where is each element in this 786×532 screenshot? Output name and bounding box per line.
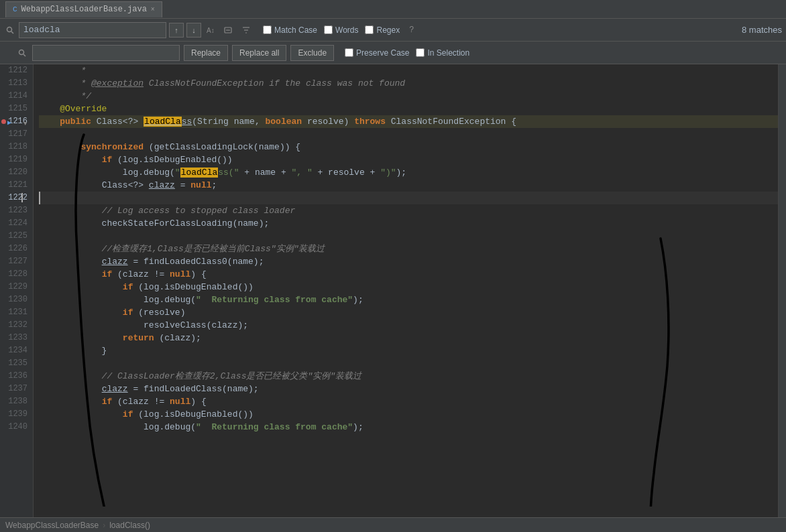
line-1215: 1215	[0, 103, 33, 115]
code-line-1230: log.debug(" Returning class from cache")…	[39, 293, 778, 306]
line-1214: 1214	[0, 90, 33, 103]
title-bar: C WebappClassLoaderBase.java ×	[0, 0, 786, 19]
line-1221: 1221	[0, 179, 33, 192]
svg-point-8	[19, 50, 24, 54]
tab-label: WebappClassLoaderBase.java	[21, 5, 147, 14]
code-line-1228: if (clazz != null) {	[39, 268, 778, 281]
help-button[interactable]: ?	[409, 25, 414, 35]
replace-input[interactable]	[32, 45, 180, 61]
code-line-1239: if (log.isDebugEnabled())	[39, 408, 778, 421]
exclude-button[interactable]: Exclude	[290, 45, 334, 61]
replace-bar: Replace Replace all Exclude Preserve Cas…	[0, 42, 786, 64]
replace-all-button[interactable]: Replace all	[232, 45, 286, 61]
code-line-1227: clazz = findLoadedClass0(name);	[39, 255, 778, 268]
code-line-1235	[39, 357, 778, 370]
code-line-1233: return (clazz);	[39, 332, 778, 344]
code-line-1224: checkStateForClassLoading(name);	[39, 217, 778, 230]
code-line-1238: if (clazz != null) {	[39, 395, 778, 408]
search-next-button[interactable]: ↓	[186, 23, 201, 38]
line-1223: 1223	[0, 204, 33, 217]
code-line-1220: log.debug("loadClass(" + name + ", " + r…	[39, 166, 778, 179]
line-1222: 1222	[0, 192, 33, 204]
line-1217: 1217	[0, 128, 33, 141]
code-line-1223: // Log access to stopped class loader	[39, 204, 778, 217]
search-input[interactable]	[19, 22, 166, 38]
line-1219: 1219	[0, 153, 33, 166]
line-1240: 1240	[0, 421, 33, 434]
in-selection-checkbox[interactable]	[416, 48, 425, 57]
svg-text:A↕: A↕	[207, 27, 215, 34]
code-line-1216: public Class<?> loadClass(String name, b…	[39, 115, 778, 128]
breadcrumb-class: WebappClassLoaderBase	[5, 521, 99, 530]
code-line-1215: @Override	[39, 103, 778, 115]
replace-button[interactable]: Replace	[184, 45, 228, 61]
editor-tab[interactable]: C WebappClassLoaderBase.java ×	[5, 1, 162, 17]
scrollbar[interactable]	[778, 64, 786, 517]
line-1231: 1231	[0, 306, 33, 319]
code-line-1213: * @exception ClassNotFoundException if t…	[39, 77, 778, 90]
replace-search-icon	[16, 49, 28, 57]
line-gutter: 1212 1213 1214 1215 ▶ ▼ 1216 1217 1218 1…	[0, 64, 34, 517]
line-1220: 1220	[0, 166, 33, 179]
svg-line-1	[11, 31, 13, 34]
search-filter-button[interactable]	[239, 23, 254, 38]
search-bar: ↑ ↓ A↕ Match Case Words Regex ? 8 matche…	[0, 19, 786, 42]
code-line-1218: synchronized (getClassLoadingLock(name))…	[39, 141, 778, 153]
search-options: Match Case Words Regex ?	[263, 25, 414, 35]
line-1227: 1227	[0, 255, 33, 268]
cursor-marker	[21, 193, 23, 202]
breadcrumb-method: loadClass()	[109, 521, 150, 530]
code-line-1217	[39, 128, 778, 141]
line-1212: 1212	[0, 64, 33, 77]
line-1239: 1239	[0, 408, 33, 421]
code-line-1225	[39, 230, 778, 243]
tab-file-icon: C	[13, 5, 17, 13]
preserve-case-option[interactable]: Preserve Case	[345, 48, 409, 58]
code-line-1234: }	[39, 344, 778, 357]
line-1232: 1232	[0, 319, 33, 332]
code-line-1236: // ClassLoader检查缓存2,Class是否已经被父类"实例"装载过	[39, 370, 778, 383]
code-line-1229: if (log.isDebugEnabled())	[39, 281, 778, 293]
status-bar: WebappClassLoaderBase › loadClass()	[0, 517, 786, 532]
code-line-1232: resolveClass(clazz);	[39, 319, 778, 332]
code-line-1221: Class<?> clazz = null;	[39, 179, 778, 192]
code-line-1240: log.debug(" Returning class from cache")…	[39, 421, 778, 434]
line-1236: 1236	[0, 370, 33, 383]
code-line-1231: if (resolve)	[39, 306, 778, 319]
search-toggle-highlight-button[interactable]	[221, 23, 236, 38]
line-1233: 1233	[0, 332, 33, 344]
code-panel[interactable]: * * @exception ClassNotFoundException if…	[34, 64, 778, 517]
code-line-1219: if (log.isDebugEnabled())	[39, 153, 778, 166]
line-1224: 1224	[0, 217, 33, 230]
words-checkbox[interactable]	[324, 25, 333, 34]
line-1230: 1230	[0, 293, 33, 306]
matches-count: 8 matches	[742, 25, 782, 35]
code-line-1226: //检查缓存1,Class是否已经被当前Class"实例"装载过	[39, 243, 778, 255]
code-line-1212: *	[39, 64, 778, 77]
match-case-checkbox[interactable]	[263, 25, 272, 34]
line-1216: ▶ ▼ 1216	[0, 115, 33, 128]
words-option[interactable]: Words	[324, 25, 358, 35]
regex-option[interactable]: Regex	[365, 25, 400, 35]
preserve-case-checkbox[interactable]	[345, 48, 353, 57]
line-1234: 1234	[0, 344, 33, 357]
line-1213: 1213	[0, 77, 33, 90]
tab-close-icon[interactable]: ×	[151, 6, 155, 13]
regex-checkbox[interactable]	[365, 25, 374, 34]
breadcrumb-separator: ›	[103, 521, 105, 530]
search-prev-button[interactable]: ↑	[169, 23, 184, 38]
line-1218: 1218	[0, 141, 33, 153]
line-1235: 1235	[0, 357, 33, 370]
match-case-option[interactable]: Match Case	[263, 25, 317, 35]
line-1225: 1225	[0, 230, 33, 243]
code-line-1222	[39, 192, 778, 204]
line-1228: 1228	[0, 268, 33, 281]
line-1238: 1238	[0, 395, 33, 408]
code-line-1214: */	[39, 90, 778, 103]
search-find-all-button[interactable]: A↕	[204, 23, 219, 38]
bookmark-icon	[1, 119, 6, 124]
in-selection-option[interactable]: In Selection	[416, 48, 469, 58]
line-1226: 1226	[0, 243, 33, 255]
search-icon	[4, 26, 16, 34]
code-line-1237: clazz = findLoadedClass(name);	[39, 383, 778, 395]
